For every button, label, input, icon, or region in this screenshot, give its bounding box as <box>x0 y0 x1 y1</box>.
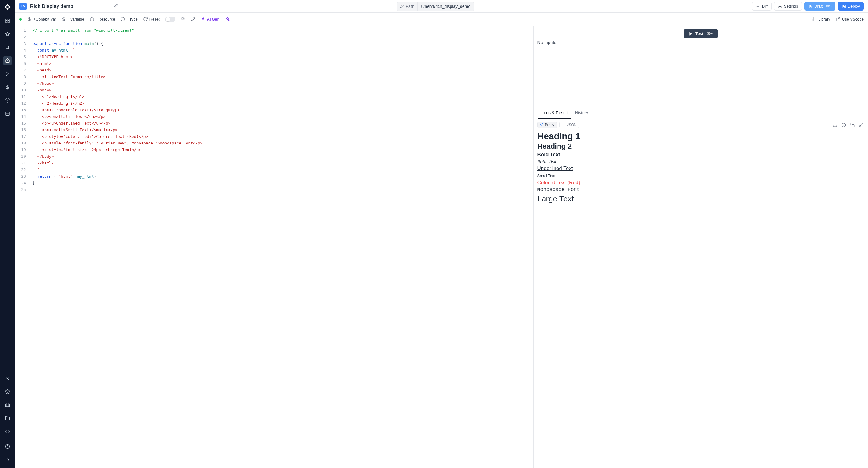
sidebar-workspace-icon[interactable] <box>3 401 12 409</box>
pretty-chip[interactable]: Pretty <box>537 121 557 128</box>
variable-button[interactable]: +Variable <box>61 17 84 21</box>
result-italic: Italic Text <box>537 159 864 164</box>
header: TS 👁 Rich Display demo Path u/henri/rich… <box>15 0 868 13</box>
code-content[interactable]: // import * as wmill from "windmill-clie… <box>29 26 533 468</box>
svg-rect-2 <box>6 21 7 23</box>
path-label: Path <box>406 4 414 9</box>
sidebar-help-icon[interactable] <box>3 442 12 451</box>
draft-kbd: ⌘S <box>826 4 831 8</box>
svg-point-19 <box>7 391 8 392</box>
sparkle-button[interactable] <box>225 17 230 21</box>
ai-gen-button[interactable]: AI Gen <box>201 17 220 21</box>
tab-history[interactable]: History <box>571 107 592 119</box>
result-heading-1: Heading 1 <box>537 131 864 141</box>
settings-button[interactable]: Settings <box>774 2 802 10</box>
path-value: u/henri/rich_display_demo <box>418 2 474 10</box>
svg-line-35 <box>838 18 840 20</box>
dollar-icon <box>27 17 32 21</box>
deploy-label: Deploy <box>848 4 860 8</box>
result-small: Small Text <box>537 173 864 178</box>
reset-label: Reset <box>150 17 160 21</box>
type-button[interactable]: +Type <box>121 17 138 21</box>
toolbar: +Context Var +Variable +Resource +Type R… <box>15 13 868 26</box>
ai-gen-label: AI Gen <box>207 17 220 21</box>
test-button[interactable]: Test ⌘↵ <box>684 29 718 38</box>
test-kbd: ⌘↵ <box>707 32 713 36</box>
sidebar-dollar-icon[interactable] <box>3 83 12 92</box>
pencil-icon <box>400 4 404 8</box>
svg-rect-14 <box>6 112 9 116</box>
diff-label: Diff <box>762 4 768 8</box>
code-editor[interactable]: 1234567891011121314151617181920212223242… <box>15 26 534 468</box>
plus-icon <box>756 4 760 8</box>
sidebar-home-icon[interactable] <box>3 56 12 65</box>
draft-button[interactable]: Draft ⌘S <box>804 2 835 10</box>
result-toolbar: Pretty JSON <box>534 119 868 130</box>
save-icon <box>842 4 846 8</box>
bars-icon <box>812 17 816 21</box>
resource-button[interactable]: +Resource <box>90 17 115 21</box>
svg-point-21 <box>7 431 8 432</box>
save-icon <box>808 4 812 8</box>
svg-rect-41 <box>852 124 855 127</box>
svg-marker-4 <box>5 32 9 36</box>
svg-marker-7 <box>6 72 9 76</box>
svg-point-27 <box>779 6 781 7</box>
test-panel: Test ⌘↵ No inputs <box>534 26 868 107</box>
sidebar-folder-icon[interactable] <box>3 414 12 423</box>
sidebar-eye-icon[interactable] <box>3 427 12 436</box>
diff-button[interactable]: Diff <box>752 2 772 10</box>
copy-button[interactable] <box>849 122 856 128</box>
assistant-button[interactable] <box>181 17 185 21</box>
line-gutter: 1234567891011121314151617181920212223242… <box>15 26 29 468</box>
vscode-button[interactable]: Use VScode <box>836 17 864 21</box>
download-button[interactable] <box>832 122 838 128</box>
result-colored: Colored Text (Red) <box>537 180 864 186</box>
json-chip[interactable]: JSON <box>559 121 579 128</box>
sidebar-collapse-icon[interactable] <box>3 455 12 464</box>
sidebar-dashboard-icon[interactable] <box>3 16 12 25</box>
variable-label: +Variable <box>68 17 84 21</box>
app-logo[interactable] <box>4 4 11 10</box>
reset-button[interactable]: Reset <box>143 17 160 21</box>
sidebar-search-icon[interactable] <box>3 43 12 52</box>
wand-icon <box>201 17 205 21</box>
script-title: Rich Display demo <box>30 4 108 9</box>
package-icon <box>121 17 125 21</box>
tab-logs-result[interactable]: Logs & Result <box>538 107 571 119</box>
deploy-button[interactable]: Deploy <box>838 2 864 10</box>
package-icon <box>90 17 94 21</box>
svg-line-6 <box>8 48 9 49</box>
sidebar-play-icon[interactable] <box>3 69 12 79</box>
path-pill[interactable]: Path u/henri/rich_display_demo <box>397 2 474 11</box>
result-heading-2: Heading 2 <box>537 142 864 150</box>
sidebar-resources-icon[interactable] <box>3 96 12 105</box>
info-button[interactable] <box>841 122 847 128</box>
svg-rect-1 <box>8 19 9 21</box>
edit-title-button[interactable] <box>112 3 119 10</box>
sidebar <box>0 0 15 468</box>
svg-rect-0 <box>6 19 7 21</box>
context-var-button[interactable]: +Context Var <box>27 17 56 21</box>
sidebar-calendar-icon[interactable] <box>3 109 12 118</box>
play-icon <box>689 32 693 36</box>
result-underline: Underlined Text <box>537 166 864 172</box>
library-button[interactable]: Library <box>812 17 830 21</box>
paint-button[interactable] <box>191 17 195 21</box>
vim-toggle[interactable] <box>165 17 176 22</box>
sidebar-user-icon[interactable] <box>3 374 12 383</box>
resource-label: +Resource <box>96 17 115 21</box>
svg-point-11 <box>7 101 8 102</box>
settings-label: Settings <box>784 4 798 8</box>
sidebar-star-icon[interactable] <box>3 30 12 38</box>
file-type-badge: TS 👁 <box>19 3 27 10</box>
pretty-label: Pretty <box>545 123 554 127</box>
result-bold: Bold Text <box>537 152 864 158</box>
svg-point-18 <box>7 377 8 378</box>
sidebar-settings-icon[interactable] <box>3 387 12 396</box>
draft-label: Draft <box>814 4 823 8</box>
svg-rect-20 <box>5 404 9 407</box>
expand-button[interactable] <box>858 122 864 128</box>
file-type-label: TS <box>21 4 25 8</box>
vscode-label: Use VScode <box>842 17 864 21</box>
